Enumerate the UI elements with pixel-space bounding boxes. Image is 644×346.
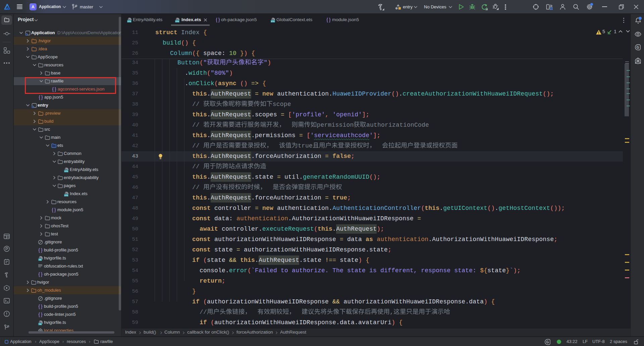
svg-text:G: G bbox=[546, 340, 549, 344]
svg-text:TS: TS bbox=[39, 258, 42, 261]
svg-text:TS: TS bbox=[39, 323, 42, 325]
svg-text:ETS: ETS bbox=[64, 194, 68, 196]
svg-text:G: G bbox=[637, 46, 639, 49]
svg-text:ETS: ETS bbox=[175, 20, 179, 22]
svg-text:ETS: ETS bbox=[127, 20, 131, 22]
svg-text:ETS: ETS bbox=[271, 20, 275, 22]
svg-text:ETS: ETS bbox=[64, 170, 68, 172]
